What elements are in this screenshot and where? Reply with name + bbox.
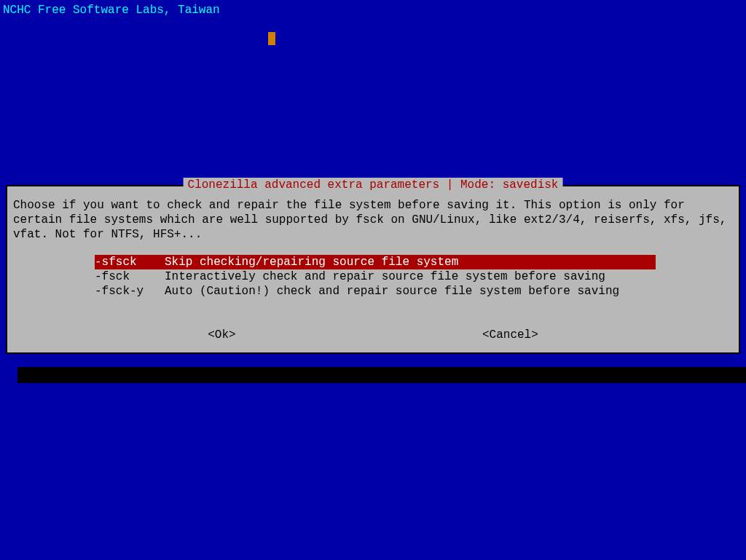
dialog-prompt: Choose if you want to check and repair t…	[12, 198, 734, 242]
option-flag: -fsck	[95, 269, 165, 284]
text-cursor	[268, 32, 275, 45]
option-flag: -sfsck	[95, 255, 165, 269]
header-text: NCHC Free Software Labs, Taiwan	[0, 0, 746, 17]
option-fsck-y[interactable]: -fsck-y Auto (Caution!) check and repair…	[95, 284, 656, 299]
dialog-title: Clonezilla advanced extra parameters | M…	[184, 178, 563, 192]
option-fsck[interactable]: -fsck Interactively check and repair sou…	[95, 269, 656, 284]
option-sfsck[interactable]: -sfsck Skip checking/repairing source fi…	[95, 255, 656, 269]
dialog-box: Clonezilla advanced extra parameters | M…	[6, 185, 740, 354]
dialog-shadow	[17, 367, 746, 383]
cancel-button[interactable]: <Cancel>	[482, 328, 538, 342]
ok-button[interactable]: <Ok>	[208, 328, 235, 342]
options-menu: -sfsck Skip checking/repairing source fi…	[95, 255, 734, 299]
button-row: <Ok> <Cancel>	[12, 328, 734, 342]
option-flag: -fsck-y	[95, 284, 165, 299]
option-desc: Skip checking/repairing source file syst…	[165, 255, 458, 269]
option-desc: Interactively check and repair source fi…	[165, 269, 605, 284]
option-desc: Auto (Caution!) check and repair source …	[165, 284, 619, 299]
